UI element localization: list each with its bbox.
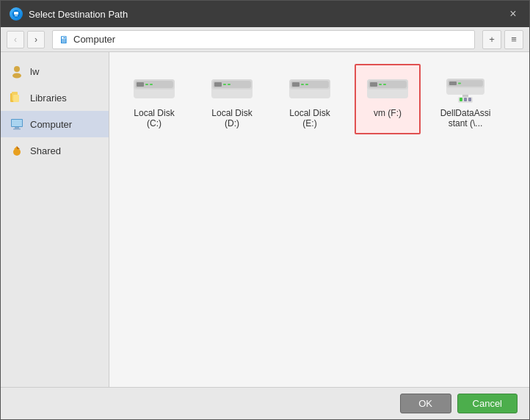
- disk-icon-e: [286, 70, 333, 105]
- file-label-f: vm (F:): [374, 108, 402, 118]
- svg-rect-31: [305, 84, 308, 85]
- svg-rect-41: [449, 82, 457, 85]
- monitor-icon: [10, 117, 24, 131]
- svg-rect-25: [228, 84, 230, 85]
- svg-rect-1: [14, 12, 18, 15]
- svg-point-4: [12, 73, 21, 79]
- file-item-e[interactable]: Local Disk (E:): [277, 64, 343, 134]
- svg-rect-43: [462, 95, 468, 97]
- svg-rect-35: [370, 82, 377, 87]
- disk-icon-f: [364, 70, 411, 105]
- svg-rect-18: [145, 84, 148, 85]
- svg-rect-29: [292, 82, 300, 87]
- ok-button[interactable]: OK: [400, 394, 451, 413]
- sidebar: lw Libraries: [1, 52, 109, 387]
- title-bar-left: Select Destination Path: [10, 7, 128, 21]
- file-item-c[interactable]: Local Disk (C:): [121, 64, 187, 134]
- svg-rect-16: [137, 82, 144, 87]
- network-drive-icon: [442, 70, 489, 105]
- file-label-e: Local Disk (E:): [283, 108, 337, 128]
- svg-rect-42: [458, 83, 461, 84]
- file-item-f[interactable]: vm (F:): [355, 64, 421, 134]
- forward-button[interactable]: ›: [27, 31, 45, 48]
- svg-rect-19: [150, 84, 153, 85]
- address-bar: 🖥 Computer: [52, 30, 475, 49]
- svg-rect-11: [13, 128, 21, 130]
- file-item-dell[interactable]: DellDataAssistant (\...: [432, 64, 498, 134]
- content-area: lw Libraries: [1, 52, 529, 387]
- app-icon: [10, 7, 23, 21]
- toolbar-right-buttons: + ≡: [482, 30, 523, 49]
- main-panel: Local Disk (C:) Local Di: [109, 52, 529, 387]
- shared-icon: [10, 143, 24, 158]
- file-label-dell: DellDataAssistant (\...: [438, 108, 493, 128]
- sidebar-item-shared[interactable]: Shared: [1, 137, 109, 164]
- svg-rect-37: [383, 84, 386, 85]
- svg-rect-47: [468, 98, 471, 101]
- svg-rect-9: [12, 120, 22, 126]
- svg-rect-36: [379, 84, 382, 85]
- svg-rect-24: [223, 84, 226, 85]
- footer: OK Cancel: [1, 387, 529, 419]
- file-label-c: Local Disk (C:): [127, 108, 181, 128]
- file-item-d[interactable]: Local Disk (D:): [199, 64, 265, 134]
- disk-icon-d: [208, 70, 255, 105]
- close-button[interactable]: ×: [506, 7, 520, 21]
- svg-rect-45: [460, 98, 462, 101]
- dialog: Select Destination Path × ‹ › 🖥 Computer…: [0, 0, 530, 420]
- sidebar-item-computer[interactable]: Computer: [1, 111, 109, 137]
- svg-rect-7: [13, 95, 19, 102]
- dialog-title: Select Destination Path: [29, 9, 128, 20]
- computer-icon: 🖥: [59, 34, 69, 46]
- view-button[interactable]: ≡: [504, 30, 523, 49]
- cancel-button[interactable]: Cancel: [457, 394, 518, 413]
- toolbar: ‹ › 🖥 Computer + ≡: [1, 27, 529, 52]
- sidebar-label-shared: Shared: [30, 145, 61, 156]
- svg-rect-2: [15, 15, 18, 16]
- svg-rect-46: [464, 98, 467, 101]
- new-folder-button[interactable]: +: [482, 30, 501, 49]
- sidebar-item-libraries[interactable]: Libraries: [1, 84, 109, 111]
- address-text: Computer: [73, 34, 115, 45]
- disk-icon-c: [131, 70, 178, 105]
- svg-rect-23: [214, 82, 222, 87]
- sidebar-label-libraries: Libraries: [30, 93, 67, 104]
- sidebar-label-computer: Computer: [30, 119, 72, 130]
- title-bar: Select Destination Path ×: [1, 1, 529, 27]
- svg-rect-10: [15, 127, 19, 128]
- file-label-d: Local Disk (D:): [205, 108, 259, 128]
- user-icon: [10, 64, 24, 79]
- svg-rect-30: [301, 84, 304, 85]
- svg-point-12: [13, 148, 21, 156]
- sidebar-label-lw: lw: [30, 66, 39, 77]
- svg-point-3: [14, 66, 20, 72]
- sidebar-item-lw[interactable]: lw: [1, 58, 109, 84]
- libraries-icon: [10, 90, 24, 105]
- file-grid: Local Disk (C:) Local Di: [121, 64, 518, 134]
- back-button[interactable]: ‹: [7, 31, 24, 48]
